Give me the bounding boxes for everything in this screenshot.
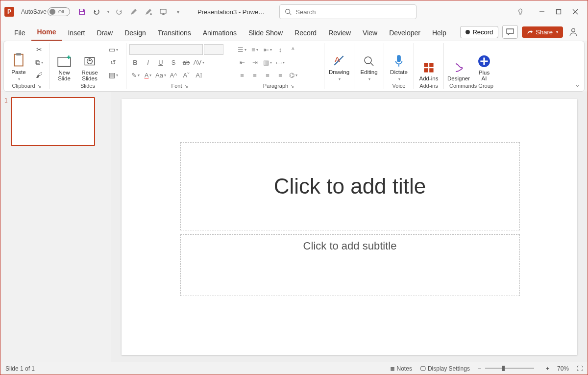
tab-help[interactable]: Help [426, 26, 452, 41]
autosave-toggle[interactable]: Off [48, 7, 70, 16]
maximize-button[interactable] [550, 3, 567, 20]
copy-icon[interactable]: ⧉▾ [32, 57, 46, 68]
font-dialog-launcher-icon[interactable]: ↘ [184, 83, 188, 89]
fit-to-window-button[interactable]: ⛶ [577, 365, 583, 372]
group-drawing: ADrawing▾ [324, 43, 354, 89]
paste-button[interactable]: Paste ▾ [7, 44, 30, 81]
tab-home[interactable]: Home [31, 25, 62, 41]
search-box[interactable] [279, 4, 416, 19]
list-level-button[interactable]: ⇤▾ [262, 44, 273, 55]
tab-record[interactable]: Record [289, 26, 322, 41]
tab-developer[interactable]: Developer [383, 26, 426, 41]
numbering-button[interactable]: ≡▾ [249, 44, 261, 55]
char-spacing-button[interactable]: AV▾ [193, 57, 205, 68]
collapse-ribbon-icon[interactable]: ⌄ [575, 81, 580, 88]
grow-font-button[interactable]: A^ [168, 70, 179, 80]
slide-canvas-area[interactable]: Click to add title Click to add subtitle [111, 92, 588, 362]
paragraph-dialog-launcher-icon[interactable]: ↘ [290, 83, 294, 89]
notes-button[interactable]: ≣Notes [390, 365, 412, 372]
addins-label: Add-ins [419, 75, 439, 81]
font-size-selector[interactable] [204, 44, 223, 55]
tab-review[interactable]: Review [322, 26, 357, 41]
align-right-button[interactable]: ≡ [262, 70, 273, 80]
decrease-indent-button[interactable]: ⇤ [236, 57, 248, 68]
search-input[interactable] [295, 8, 411, 16]
slide-thumbnail-panel[interactable]: 1 [0, 92, 111, 362]
thumbnail-preview[interactable] [11, 97, 95, 146]
tab-transitions[interactable]: Transitions [152, 26, 197, 41]
present-icon[interactable] [158, 7, 168, 17]
new-slide-button[interactable]: New Slide [52, 44, 76, 81]
plus-ai-button[interactable]: PlusAI [472, 44, 496, 81]
tab-animations[interactable]: Animations [197, 26, 243, 41]
strikethrough-button[interactable]: ab [180, 57, 192, 68]
reuse-slides-button[interactable]: Reuse Slides [78, 44, 101, 81]
quick-access-toolbar: ▾ ▾ [77, 7, 183, 17]
shrink-font-button[interactable]: Aˇ [180, 70, 192, 80]
account-icon[interactable] [567, 25, 580, 38]
smartart-button[interactable]: ⌬▾ [287, 70, 299, 80]
justify-button[interactable]: ≡ [274, 70, 286, 80]
thumbnail-item[interactable]: 1 [4, 97, 107, 146]
pen-icon[interactable] [129, 7, 139, 17]
line-spacing-button[interactable]: ↕ [274, 44, 286, 55]
format-painter-icon[interactable]: 🖌 [32, 70, 46, 80]
italic-button[interactable]: I [142, 57, 154, 68]
close-button[interactable] [567, 3, 584, 20]
qat-more-icon[interactable]: ▾ [173, 7, 183, 17]
record-button[interactable]: Record [460, 26, 498, 38]
align-text-button[interactable]: ▭▾ [274, 57, 286, 68]
tab-insert[interactable]: Insert [62, 26, 91, 41]
align-left-button[interactable]: ≡ [236, 70, 248, 80]
undo-dropdown-icon[interactable]: ▾ [107, 10, 109, 14]
notes-label: Notes [397, 365, 412, 372]
tab-view[interactable]: View [357, 26, 383, 41]
tab-draw[interactable]: Draw [91, 26, 119, 41]
increase-indent-button[interactable]: ⇥ [249, 57, 261, 68]
cut-icon[interactable]: ✂ [32, 44, 46, 55]
addins-button[interactable]: Add-ins [417, 44, 441, 81]
text-direction-button[interactable]: ᴬ [287, 44, 299, 55]
clear-formatting-button[interactable]: A⃠ [193, 70, 205, 80]
drawing-button[interactable]: ADrawing▾ [327, 44, 351, 81]
bullets-button[interactable]: ☰▾ [236, 44, 248, 55]
section-icon[interactable]: ▤▾ [103, 70, 123, 80]
redo-icon[interactable] [114, 7, 124, 17]
tab-file[interactable]: File [8, 26, 31, 41]
zoom-level[interactable]: 70% [557, 365, 569, 372]
zoom-in-button[interactable]: + [546, 365, 549, 372]
reset-icon[interactable]: ↺ [103, 57, 123, 68]
pen2-icon[interactable] [144, 7, 153, 17]
clipboard-dialog-launcher-icon[interactable]: ↘ [37, 83, 41, 89]
subtitle-placeholder[interactable]: Click to add subtitle [180, 234, 520, 296]
zoom-slider[interactable] [485, 368, 534, 369]
align-center-button[interactable]: ≡ [249, 70, 261, 80]
slide[interactable]: Click to add title Click to add subtitle [122, 99, 577, 355]
save-icon[interactable] [77, 7, 87, 17]
layout-icon[interactable]: ▭▾ [103, 44, 123, 55]
columns-button[interactable]: ▥▾ [262, 57, 273, 68]
font-family-selector[interactable] [129, 44, 203, 55]
tab-design[interactable]: Design [119, 26, 152, 41]
group-commands: Designer PlusAI Commands Group [444, 43, 499, 89]
share-button[interactable]: Share▾ [522, 26, 563, 38]
display-settings-button[interactable]: 🖵Display Settings [420, 365, 470, 372]
change-case-button[interactable]: Aa▾ [155, 70, 167, 80]
highlight-button[interactable]: ✎▾ [129, 70, 141, 80]
shadow-button[interactable]: S [168, 57, 179, 68]
dictate-button[interactable]: Dictate▾ [387, 44, 411, 81]
undo-icon[interactable] [92, 7, 101, 17]
tab-slideshow[interactable]: Slide Show [243, 26, 289, 41]
minimize-button[interactable] [534, 3, 550, 20]
designer-button[interactable]: Designer [447, 44, 470, 81]
bold-button[interactable]: B [129, 57, 141, 68]
drawing-icon: A [333, 54, 345, 67]
comments-button[interactable] [502, 25, 518, 39]
underline-button[interactable]: U [155, 57, 167, 68]
font-color-button[interactable]: A▾ [142, 70, 154, 80]
lightbulb-icon[interactable] [512, 3, 529, 20]
zoom-slider-thumb[interactable] [502, 366, 505, 371]
editing-button[interactable]: Editing▾ [357, 44, 381, 81]
title-placeholder[interactable]: Click to add title [180, 142, 520, 230]
zoom-out-button[interactable]: − [478, 365, 481, 372]
